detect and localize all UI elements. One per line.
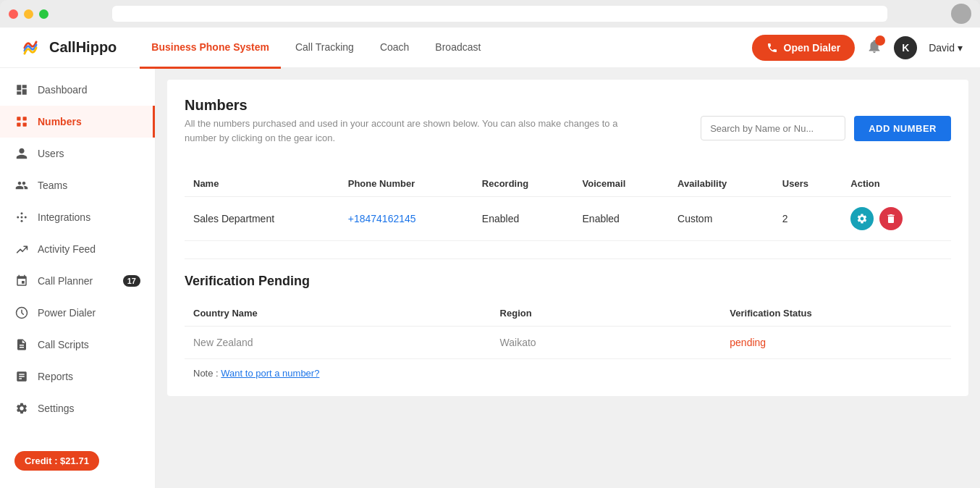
note-label: Note : [193, 368, 219, 379]
notification-bell[interactable] [866, 38, 882, 57]
activity-icon [14, 242, 29, 256]
nav-actions: Open Dialer K David ▾ [752, 35, 963, 61]
sidebar-item-power-dialer[interactable]: Power Dialer [0, 297, 155, 329]
verification-header-row: Country Name Region Verification Status [185, 300, 951, 327]
close-button[interactable] [9, 9, 18, 19]
port-link[interactable]: Want to port a number? [221, 368, 319, 379]
sidebar-label-numbers: Numbers [38, 116, 82, 127]
sidebar-item-teams[interactable]: Teams [0, 169, 155, 201]
verification-table-body: New Zealand Waikato pending [185, 327, 951, 359]
add-number-button[interactable]: ADD NUMBER [854, 116, 951, 141]
nav-broadcast[interactable]: Broadcast [423, 28, 492, 69]
svg-rect-3 [17, 123, 20, 127]
sidebar-label-users: Users [38, 148, 64, 159]
integrations-icon [14, 210, 29, 224]
numbers-title-group: Numbers All the numbers purchased and us… [185, 97, 648, 159]
numbers-header-row: Numbers All the numbers purchased and us… [185, 97, 951, 159]
sidebar-item-call-scripts[interactable]: Call Scripts [0, 329, 155, 361]
svg-point-5 [21, 216, 23, 219]
call-planner-icon [14, 274, 29, 288]
sidebar-item-integrations[interactable]: Integrations [0, 201, 155, 233]
numbers-icon [14, 114, 29, 129]
numbers-header-row-table: Name Phone Number Recording Voicemail Av… [185, 171, 951, 197]
notification-badge [875, 35, 885, 46]
logo-icon [17, 35, 43, 61]
body: Dashboard Numbers Users Teams [0, 68, 980, 488]
cell-action [842, 197, 951, 241]
gear-icon [856, 213, 868, 224]
numbers-actions: ADD NUMBER [701, 116, 951, 141]
cell-status: pending [721, 327, 951, 359]
chevron-down-icon: ▾ [958, 42, 963, 54]
svg-point-7 [21, 220, 23, 222]
minimize-button[interactable] [24, 9, 33, 19]
main-content: Numbers All the numbers purchased and us… [156, 68, 980, 488]
section-divider [185, 258, 951, 259]
sidebar-label-call-scripts: Call Scripts [38, 339, 89, 350]
sidebar-label-call-planner: Call Planner [38, 275, 93, 287]
cell-recording: Enabled [473, 197, 574, 241]
cell-region: Waikato [491, 327, 722, 359]
phone-link[interactable]: +18474162145 [348, 213, 416, 224]
sidebar-label-reports: Reports [38, 371, 73, 382]
reports-icon [14, 369, 29, 384]
sidebar-footer: Credit : $21.71 [0, 439, 155, 482]
col-users: Users [774, 171, 842, 197]
settings-icon [14, 401, 29, 416]
power-dialer-icon [14, 306, 29, 320]
numbers-description: All the numbers purchased and used in yo… [185, 117, 648, 145]
svg-rect-4 [23, 123, 27, 127]
nav-coach[interactable]: Coach [368, 28, 421, 69]
delete-action-button[interactable] [879, 207, 903, 230]
search-input[interactable] [710, 123, 832, 134]
col-verification-status: Verification Status [721, 300, 951, 327]
status-badge: pending [730, 337, 766, 348]
sidebar-item-dashboard[interactable]: Dashboard [0, 74, 155, 106]
sidebar-label-activity-feed: Activity Feed [38, 243, 96, 255]
col-region: Region [491, 300, 722, 327]
credit-badge[interactable]: Credit : $21.71 [14, 451, 99, 471]
nav-business-phone[interactable]: Business Phone System [140, 28, 281, 69]
col-recording: Recording [473, 171, 574, 197]
numbers-table-body: Sales Department +18474162145 Enabled En… [185, 197, 951, 241]
cell-users: 2 [774, 197, 842, 241]
logo-text: CallHippo [49, 39, 117, 56]
nav-call-tracking[interactable]: Call Tracking [284, 28, 366, 69]
col-action: Action [842, 171, 951, 197]
teams-icon [14, 178, 29, 193]
svg-point-9 [25, 216, 27, 219]
col-availability: Availability [669, 171, 774, 197]
sidebar-label-power-dialer: Power Dialer [38, 307, 96, 319]
cell-phone-number: +18474162145 [339, 197, 473, 241]
phone-icon [766, 42, 778, 54]
svg-rect-2 [23, 117, 27, 120]
col-phone-number: Phone Number [339, 171, 473, 197]
sidebar-item-numbers[interactable]: Numbers [0, 106, 155, 138]
verification-table-head: Country Name Region Verification Status [185, 300, 951, 327]
numbers-card: Numbers All the numbers purchased and us… [167, 80, 968, 396]
main-window: CallHippo Business Phone System Call Tra… [0, 28, 980, 488]
open-dialer-button[interactable]: Open Dialer [752, 35, 856, 61]
sidebar: Dashboard Numbers Users Teams [0, 68, 156, 488]
col-country: Country Name [185, 300, 491, 327]
table-row: Sales Department +18474162145 Enabled En… [185, 197, 951, 241]
sidebar-item-settings[interactable]: Settings [0, 392, 155, 424]
gear-action-button[interactable] [850, 207, 874, 230]
user-name[interactable]: David ▾ [929, 42, 963, 54]
sidebar-label-teams: Teams [38, 180, 67, 191]
numbers-table: Name Phone Number Recording Voicemail Av… [185, 171, 951, 241]
sidebar-item-reports[interactable]: Reports [0, 361, 155, 392]
verification-table: Country Name Region Verification Status … [185, 300, 951, 359]
search-box[interactable] [701, 116, 845, 140]
call-scripts-icon [14, 337, 29, 352]
url-bar[interactable] [112, 6, 887, 22]
sidebar-item-activity-feed[interactable]: Activity Feed [0, 233, 155, 265]
titlebar [0, 0, 980, 28]
sidebar-item-users[interactable]: Users [0, 138, 155, 169]
numbers-title: Numbers [185, 97, 648, 114]
maximize-button[interactable] [39, 9, 48, 19]
profile-circle [951, 4, 971, 24]
nav-links: Business Phone System Call Tracking Coac… [140, 28, 751, 68]
sidebar-item-call-planner[interactable]: Call Planner 17 [0, 265, 155, 297]
col-voicemail: Voicemail [574, 171, 669, 197]
